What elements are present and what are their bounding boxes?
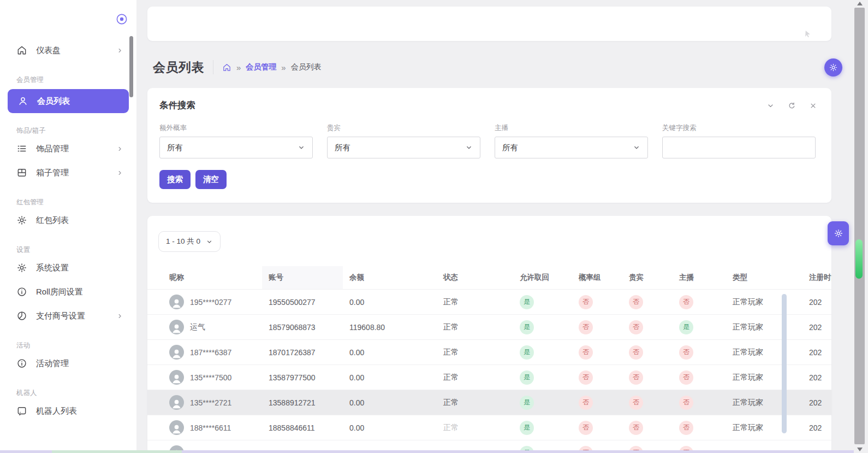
gear-icon <box>834 228 843 238</box>
cell-nickname: 135****7500 <box>160 370 262 385</box>
column-header-1[interactable]: 账号 <box>262 266 343 289</box>
select-value: 所有 <box>167 143 183 153</box>
column-header-0[interactable]: 昵称 <box>160 266 262 289</box>
cell-nickname: 195****0277 <box>160 295 262 309</box>
keyword-input[interactable] <box>662 137 816 158</box>
table-row[interactable]: 135****7500135879775000.00正常是否否否正常玩家202 <box>147 364 831 390</box>
cell-account: 18701726387 <box>262 348 343 357</box>
cell-balance: 0.00 <box>343 348 437 357</box>
no-badge: 否 <box>629 345 643 360</box>
cell-vip: 否 <box>622 370 673 385</box>
cell-status: 正常 <box>437 322 513 332</box>
avatar <box>169 420 184 435</box>
cell-allow_retrieve: 是 <box>513 345 572 360</box>
sidebar-scrollbar[interactable] <box>129 36 133 97</box>
page-settings-button[interactable] <box>824 58 842 77</box>
scrollbar-thumb[interactable] <box>855 239 863 279</box>
column-header-8[interactable]: 类型 <box>726 266 795 289</box>
column-header-2[interactable]: 余额 <box>343 266 437 289</box>
search-buttons: 搜索 清空 <box>147 158 831 189</box>
yes-badge: 是 <box>520 421 534 435</box>
list-icon <box>16 143 27 154</box>
scrollbar-track[interactable] <box>854 8 865 444</box>
table-row[interactable]: 187****6387187017263870.00正常是否否否正常玩家202 <box>147 339 831 364</box>
scrollbar-up-arrow[interactable] <box>857 2 863 5</box>
sidebar-item-box-management[interactable]: 箱子管理 <box>0 161 129 185</box>
table-scrollbar[interactable] <box>782 294 787 433</box>
cursor-icon <box>804 30 812 38</box>
cell-allow_retrieve: 是 <box>513 320 572 334</box>
main-content: 会员列表 » 会员管理 » 会员列表 条件搜索 额 <box>136 0 852 453</box>
refresh-icon[interactable] <box>788 102 796 110</box>
sidebar-section-label: 活动 <box>0 341 129 350</box>
cell-status: 正常 <box>437 348 513 357</box>
avatar <box>169 370 184 385</box>
collapse-icon[interactable] <box>766 102 775 110</box>
cell-probability_group: 否 <box>572 320 622 334</box>
filter-select-anchor[interactable]: 所有 <box>495 137 648 158</box>
scrollbar-down-arrow[interactable] <box>857 448 863 451</box>
column-header-3[interactable]: 状态 <box>437 266 513 289</box>
yes-badge: 是 <box>520 396 534 410</box>
cell-anchor: 否 <box>673 396 726 410</box>
sidebar-section-label: 红包管理 <box>0 198 129 207</box>
sidebar-item-label: 会员列表 <box>37 96 123 107</box>
cell-status: 正常 <box>437 423 513 433</box>
table-row[interactable]: 188****6611188588466110.00正常是否否否正常玩家202 <box>147 415 831 440</box>
pagination-dropdown[interactable]: 1 - 10 共 0 <box>158 231 221 252</box>
cell-vip: 否 <box>622 295 673 309</box>
search-field-keyword: 关键字搜索 <box>662 123 816 158</box>
cell-status: 正常 <box>437 373 513 383</box>
column-header-6[interactable]: 贵宾 <box>622 266 673 289</box>
column-header-5[interactable]: 概率组 <box>572 266 622 289</box>
no-badge: 否 <box>629 370 643 385</box>
sidebar-item-label: 系统设置 <box>36 263 123 273</box>
sidebar-nav: 仪表盘会员管理会员列表饰品/箱子饰品管理箱子管理红包管理红包列表设置系统设置Ro… <box>0 38 129 423</box>
filter-select-extra-probability[interactable]: 所有 <box>159 137 313 158</box>
cell-balance: 0.00 <box>343 398 437 407</box>
chevron-down-icon <box>633 144 640 151</box>
box-icon <box>16 167 27 178</box>
cell-anchor: 是 <box>673 320 726 334</box>
sidebar-item-activity-management[interactable]: 活动管理 <box>0 351 129 375</box>
sidebar-item-payment-merchant-settings[interactable]: 支付商号设置 <box>0 304 129 328</box>
table-row[interactable]: 运气18579068873119608.80正常是否否是正常玩家202 <box>147 314 831 339</box>
close-icon[interactable] <box>809 102 817 110</box>
no-badge: 否 <box>679 421 693 435</box>
yes-badge: 是 <box>520 295 534 309</box>
table-row[interactable]: 135****2721135889127210.00正常是否否否正常玩家202 <box>147 390 831 415</box>
nickname-text: 运气 <box>190 322 205 332</box>
sidebar-item-member-list[interactable]: 会员列表 <box>8 89 129 113</box>
sidebar-item-dashboard[interactable]: 仪表盘 <box>0 38 129 62</box>
floating-settings-button[interactable] <box>828 221 849 245</box>
filter-select-vip[interactable]: 所有 <box>327 137 480 158</box>
breadcrumb-link-member-management[interactable]: 会员管理 <box>246 62 276 72</box>
sidebar-item-item-management[interactable]: 饰品管理 <box>0 137 129 161</box>
cell-nickname: 188****6611 <box>160 420 262 435</box>
chevron-right-icon <box>116 169 123 177</box>
sidebar-item-system-settings[interactable]: 系统设置 <box>0 256 129 280</box>
search-panel-header: 条件搜索 <box>147 88 831 111</box>
cell-account: 18858846611 <box>262 423 343 432</box>
sidebar-toggle-icon[interactable] <box>115 13 128 26</box>
no-badge: 否 <box>679 295 693 309</box>
breadcrumb-home-icon[interactable] <box>222 63 231 72</box>
column-header-9[interactable]: 注册时间 <box>795 266 831 289</box>
table-row[interactable]: 195****0277195505002770.00正常是否否否正常玩家202 <box>147 289 831 314</box>
search-field-vip: 贵宾所有 <box>327 123 480 158</box>
cell-account: 13587977500 <box>262 373 343 382</box>
chevron-right-icon <box>116 313 123 320</box>
sidebar-item-robot-list[interactable]: 机器人列表 <box>0 399 129 423</box>
column-header-7[interactable]: 主播 <box>673 266 726 289</box>
column-header-4[interactable]: 允许取回 <box>513 266 572 289</box>
sidebar-item-redpacket-list[interactable]: 红包列表 <box>0 208 129 232</box>
chevron-down-icon <box>465 144 473 151</box>
clear-button[interactable]: 清空 <box>195 170 227 189</box>
search-panel-title: 条件搜索 <box>159 99 195 111</box>
sidebar-item-roll-room-settings[interactable]: Roll房间设置 <box>0 280 129 304</box>
cell-registered: 202 <box>795 348 831 357</box>
search-button[interactable]: 搜索 <box>159 170 191 189</box>
page-header: 会员列表 » 会员管理 » 会员列表 <box>147 56 842 78</box>
member-table-body: 195****0277195505002770.00正常是否否否正常玩家202运… <box>147 289 831 453</box>
chevron-down-icon <box>298 144 305 151</box>
